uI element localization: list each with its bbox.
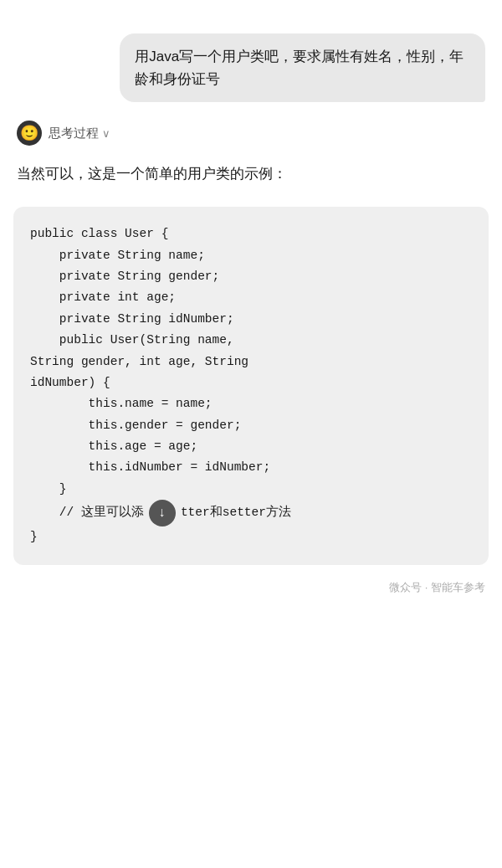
assistant-intro: 当然可以，这是一个简单的用户类的示例： [0,156,502,200]
code-block: public class User { private String name;… [13,207,489,564]
code-line-7: String gender, int age, String [30,352,472,372]
code-line-3: private String gender; [30,266,472,287]
code-line-8: idNumber) { [30,372,472,393]
code-line-comment: // 这里可以添 ↓ tter和setter方法 [30,500,472,526]
code-line-12: this.idNumber = idNumber; [30,457,472,478]
code-line-1: public class User { [30,223,472,244]
comment-text-before: // 这里可以添 [30,502,144,523]
code-line-10: this.gender = gender; [30,415,472,436]
user-bubble: 用Java写一个用户类吧，要求属性有姓名，性别，年龄和身份证号 [120,33,485,102]
code-line-5: private String idNumber; [30,309,472,330]
thinking-row: 🙂 思考过程 ∨ [0,110,502,156]
footer-text: 微众号 · 智能车参考 [389,580,485,595]
footer: 微众号 · 智能车参考 [0,572,502,598]
code-line-close: } [30,526,472,547]
scroll-down-arrow-icon: ↓ [158,501,166,525]
intro-text: 当然可以，这是一个简单的用户类的示例： [17,166,287,182]
thinking-toggle[interactable]: 思考过程 ∨ [49,126,110,141]
comment-text-after: tter和setter方法 [181,502,291,523]
chevron-down-icon: ∨ [102,127,110,140]
code-line-9: this.name = name; [30,393,472,414]
code-line-11: this.age = age; [30,436,472,457]
thinking-label-text: 思考过程 [49,126,99,141]
code-line-2: private String name; [30,245,472,266]
chat-container: 用Java写一个用户类吧，要求属性有姓名，性别，年龄和身份证号 🙂 思考过程 ∨… [0,17,502,607]
code-line-13: } [30,479,472,500]
user-message: 用Java写一个用户类吧，要求属性有姓名，性别，年龄和身份证号 [0,25,502,110]
avatar-emoji: 🙂 [20,124,38,142]
scroll-down-button[interactable]: ↓ [149,500,176,526]
user-text: 用Java写一个用户类吧，要求属性有姓名，性别，年龄和身份证号 [135,49,464,87]
avatar: 🙂 [17,121,42,146]
code-line-6: public User(String name, [30,330,472,351]
code-line-4: private int age; [30,287,472,308]
